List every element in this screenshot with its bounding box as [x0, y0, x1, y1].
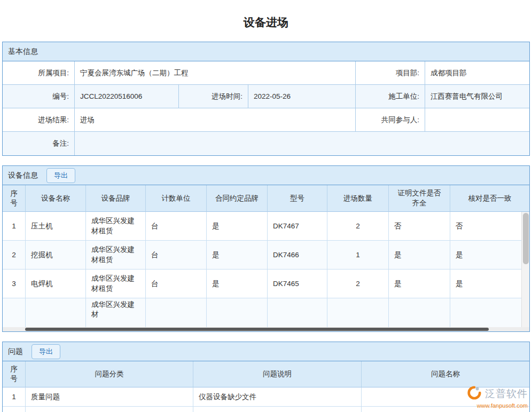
- horizontal-scrollbar-thumb[interactable]: [25, 328, 489, 331]
- participants-label: 共同参与人:: [356, 108, 425, 132]
- column-header: 问题名称: [362, 361, 529, 387]
- column-header: 设备名称: [26, 185, 86, 212]
- table-cell: 电焊机: [26, 270, 86, 298]
- column-header: 计数单位: [146, 185, 207, 212]
- table-cell: 是: [389, 270, 450, 298]
- table-cell: [450, 298, 529, 327]
- code-value: JCCL20220516006: [75, 85, 179, 108]
- issues-column-headers: 序号 问题分类 问题说明 问题名称: [3, 361, 529, 387]
- table-row[interactable]: 1 压土机 成华区兴发建材租赁 台 是 DK7467 2 否 否: [3, 212, 529, 241]
- table-cell: 成华区兴发建材租赁: [86, 270, 146, 298]
- equipment-table-body: 1 压土机 成华区兴发建材租赁 台 是 DK7467 2 否 否 2 挖掘机 成…: [3, 212, 529, 331]
- table-cell: [389, 298, 450, 327]
- equipment-header: 设备信息 导出: [3, 166, 529, 185]
- column-header: 设备品牌: [86, 185, 146, 212]
- column-header: 合同约定品牌: [207, 185, 268, 212]
- vertical-scrollbar[interactable]: [521, 212, 529, 327]
- horizontal-scrollbar[interactable]: [3, 327, 529, 331]
- column-header: 证明文件是否齐全: [389, 185, 450, 212]
- table-cell: DK7467: [268, 212, 327, 241]
- dept-value: 成都项目部: [425, 61, 529, 85]
- table-cell: 台: [146, 270, 207, 298]
- basic-info-grid: 所属项目: 宁夏会展湾东城广场（二期）工程 项目部: 成都项目部 编号: JCC…: [3, 61, 529, 155]
- table-cell: [268, 298, 327, 327]
- table-row[interactable]: 1 质量问题 仪器设备缺少文件: [3, 387, 529, 407]
- table-cell: 1: [3, 387, 26, 407]
- entry-time-value: 2022-05-26: [248, 85, 356, 108]
- vertical-scrollbar-thumb[interactable]: [523, 213, 529, 264]
- column-header: 序号: [3, 361, 26, 387]
- basic-info-header: 基本信息: [3, 42, 529, 61]
- table-cell: 压土机: [26, 212, 86, 241]
- table-cell: 是: [207, 270, 268, 298]
- table-row[interactable]: 3 电焊机 成华区兴发建材租赁 台 是 DK7465 2 是 是: [3, 270, 529, 298]
- column-header: 序号: [3, 185, 26, 212]
- table-cell: 成华区兴发建材: [86, 298, 146, 327]
- table-cell: 2: [327, 270, 389, 298]
- equipment-title: 设备信息: [8, 171, 38, 180]
- issues-export-button[interactable]: 导出: [32, 344, 60, 359]
- column-header: 型号: [268, 185, 327, 212]
- table-row-partial[interactable]: 成华区兴发建材: [3, 298, 529, 327]
- column-header: 核对是否一致: [450, 185, 529, 212]
- table-cell: 台: [146, 212, 207, 241]
- table-cell: [3, 298, 26, 327]
- project-label: 所属项目:: [3, 61, 75, 85]
- table-cell: 1: [327, 241, 389, 270]
- table-cell: 压土机机器不安全，容易出现故障: [193, 407, 362, 412]
- entry-time-label: 进场时间:: [179, 85, 248, 108]
- code-label: 编号:: [3, 85, 75, 108]
- table-cell: 质量问题: [26, 387, 193, 407]
- issues-header: 问题 导出: [3, 342, 529, 361]
- entry-result-value: 进场: [75, 108, 356, 132]
- equipment-panel: 设备信息 导出 序号 设备名称 设备品牌 计数单位 合同约定品牌 型号 进场数量…: [2, 165, 530, 332]
- equipment-export-button[interactable]: 导出: [46, 168, 75, 183]
- table-cell: [207, 298, 268, 327]
- table-cell: [146, 298, 207, 327]
- table-cell: DK7466: [268, 241, 327, 270]
- table-cell: 是: [450, 241, 529, 270]
- table-cell: [327, 298, 389, 327]
- equipment-column-headers: 序号 设备名称 设备品牌 计数单位 合同约定品牌 型号 进场数量 证明文件是否齐…: [3, 185, 529, 212]
- table-cell: 否: [450, 212, 529, 241]
- table-cell: 2: [3, 407, 26, 412]
- remark-label: 备注:: [3, 132, 75, 155]
- table-cell: 挖掘机: [26, 241, 86, 270]
- dept-label: 项目部:: [356, 61, 425, 85]
- issues-panel: 问题 导出 序号 问题分类 问题说明 问题名称 1 质量问题 仪器设备缺少文件 …: [2, 342, 530, 412]
- table-cell: 是: [207, 241, 268, 270]
- table-cell: 是: [450, 270, 529, 298]
- table-row[interactable]: 2 安全问题 压土机机器不安全，容易出现故障: [3, 407, 529, 412]
- participants-value: [425, 108, 529, 132]
- table-cell: 2: [327, 212, 389, 241]
- table-cell: 是: [389, 241, 450, 270]
- vendor-watermark: 泛普软件 www.fanpusoft.com: [467, 385, 528, 409]
- table-cell: 台: [146, 241, 207, 270]
- page-title: 设备进场: [0, 0, 532, 42]
- table-cell: 仪器设备缺少文件: [193, 387, 362, 407]
- basic-info-title: 基本信息: [8, 47, 38, 57]
- vendor-brand-name: 泛普软件: [485, 387, 528, 401]
- fanpu-logo-icon: [467, 385, 482, 402]
- construction-unit-value: 江西赛普电气有限公司: [425, 85, 529, 108]
- table-cell: 是: [207, 212, 268, 241]
- issues-title: 问题: [8, 347, 23, 356]
- table-row[interactable]: 2 挖掘机 成华区兴发建材租赁 台 是 DK7466 1 是 是: [3, 241, 529, 270]
- entry-result-label: 进场结果:: [3, 108, 75, 132]
- column-header: 问题分类: [26, 361, 193, 387]
- table-cell: 成华区兴发建材租赁: [86, 241, 146, 270]
- remark-value: [75, 132, 529, 155]
- column-header: 进场数量: [327, 185, 389, 212]
- project-value: 宁夏会展湾东城广场（二期）工程: [75, 61, 356, 85]
- table-cell: DK7465: [268, 270, 327, 298]
- table-cell: 否: [389, 212, 450, 241]
- table-cell: 3: [3, 270, 26, 298]
- table-cell: [26, 298, 86, 327]
- table-cell: 2: [3, 241, 26, 270]
- construction-unit-label: 施工单位:: [356, 85, 425, 108]
- basic-info-panel: 基本信息 所属项目: 宁夏会展湾东城广场（二期）工程 项目部: 成都项目部 编号…: [2, 42, 530, 156]
- vendor-url: www.fanpusoft.com: [477, 402, 528, 409]
- table-cell: 成华区兴发建材租赁: [86, 212, 146, 241]
- column-header: 问题说明: [193, 361, 362, 387]
- table-cell: 1: [3, 212, 26, 241]
